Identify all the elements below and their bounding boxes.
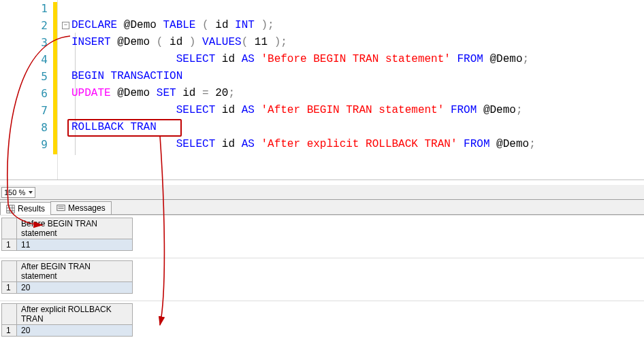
zoom-bar: 150 % <box>0 185 644 200</box>
line-number: 5 <box>0 70 48 83</box>
grid-corner[interactable] <box>2 261 17 282</box>
chevron-down-icon <box>29 191 33 194</box>
cell-value[interactable]: 20 <box>17 325 133 337</box>
cell-value[interactable]: 11 <box>17 239 133 251</box>
messages-icon <box>57 204 65 213</box>
svg-rect-0 <box>7 205 14 212</box>
line-number: 6 <box>0 87 48 100</box>
annotation-box-rollback <box>67 119 182 137</box>
line-number: 2 <box>0 19 48 32</box>
line-number: 3 <box>0 36 48 49</box>
zoom-value: 150 % <box>4 188 25 196</box>
column-header[interactable]: Before BEGIN TRAN statement <box>17 218 133 239</box>
code-area[interactable]: DECLARE @Demo TABLE ( id INT ); INSERT @… <box>58 0 644 179</box>
result-block: After explicit ROLLBACK TRAN 120 <box>0 301 644 337</box>
line-number: 9 <box>0 138 48 151</box>
result-block: Before BEGIN TRAN statement 111 <box>0 215 644 251</box>
result-block: After BEGIN TRAN statement 120 <box>0 258 644 294</box>
result-grid[interactable]: After BEGIN TRAN statement 120 <box>1 260 133 294</box>
column-header[interactable]: After BEGIN TRAN statement <box>17 261 133 282</box>
zoom-dropdown[interactable]: 150 % <box>1 187 35 198</box>
gutter: 1 2 3 4 5 6 7 8 9 − <box>0 0 58 179</box>
grid-corner[interactable] <box>2 304 17 325</box>
column-header[interactable]: After explicit ROLLBACK TRAN <box>17 304 133 325</box>
tab-results[interactable]: Results <box>0 202 51 215</box>
tab-messages[interactable]: Messages <box>50 201 112 214</box>
grid-corner[interactable] <box>2 218 17 239</box>
row-number[interactable]: 1 <box>2 325 17 337</box>
result-grid[interactable]: Before BEGIN TRAN statement 111 <box>1 218 133 251</box>
kw-declare: DECLARE <box>71 19 117 31</box>
tab-messages-label: Messages <box>68 203 106 213</box>
grid-icon <box>6 205 15 213</box>
results-pane: Before BEGIN TRAN statement 111 After BE… <box>0 215 644 342</box>
cell-value[interactable]: 20 <box>17 282 133 294</box>
code-editor[interactable]: 1 2 3 4 5 6 7 8 9 − DECLARE @Demo TABLE … <box>0 0 644 180</box>
row-number[interactable]: 1 <box>2 282 17 294</box>
line-number: 7 <box>0 104 48 117</box>
line-number: 4 <box>0 53 48 66</box>
change-marker <box>53 2 57 154</box>
tab-results-label: Results <box>18 204 45 213</box>
row-number[interactable]: 1 <box>2 239 17 251</box>
line-number: 1 <box>0 2 48 15</box>
svg-rect-5 <box>57 205 65 210</box>
results-tabs: Results Messages <box>0 200 644 215</box>
result-grid[interactable]: After explicit ROLLBACK TRAN 120 <box>1 303 133 337</box>
line-number: 8 <box>0 121 48 134</box>
